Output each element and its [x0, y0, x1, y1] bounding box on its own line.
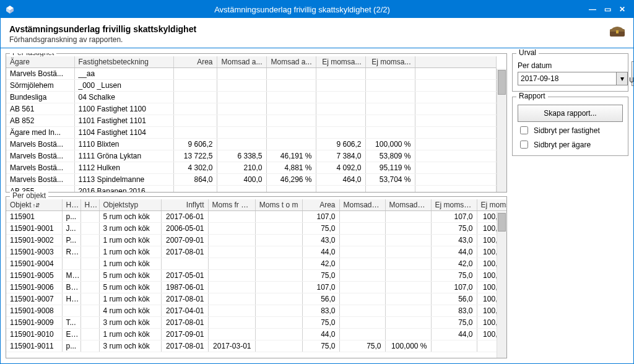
table-cell: J...	[62, 223, 80, 235]
table-cell	[208, 258, 255, 270]
table-row[interactable]: 115901-9005M...5 rum och kök2017-05-0175…	[6, 270, 506, 282]
chest-icon	[609, 24, 626, 41]
column-header[interactable]: Objektstyp	[99, 199, 161, 211]
sidbryt-agare-input[interactable]	[520, 141, 528, 149]
per-objekt-grid[interactable]: Objekt↑⇵H...H...ObjektstypInflyttMoms fr…	[6, 199, 506, 352]
table-cell: B...	[62, 282, 80, 293]
table-cell	[385, 329, 431, 340]
column-header[interactable]: Fastighetsbeteckning	[74, 56, 173, 68]
column-header[interactable]: Ägare	[6, 56, 74, 68]
column-header[interactable]: Momsad a...	[339, 199, 385, 211]
column-header[interactable]: Momsad a...	[385, 199, 431, 211]
table-row[interactable]: 115901-9006B...5 rum och kök1987-06-0110…	[6, 282, 506, 293]
column-header[interactable]: Momsad a...	[217, 56, 266, 68]
column-header[interactable]: Ej momsa...	[365, 56, 415, 68]
table-cell: R...	[62, 246, 80, 258]
per-objekt-section: Per objekt Objekt↑⇵H...H...ObjektstypInf…	[6, 196, 507, 358]
column-header[interactable]: Moms t o m	[255, 199, 302, 211]
table-row[interactable]: AB 8521101 Fastighet 1101	[6, 115, 497, 127]
table-row[interactable]: 115901-90041 rum och kök42,042,0100,000 …	[6, 258, 506, 270]
date-input[interactable]	[518, 72, 616, 85]
table-row[interactable]: 115901-9011p...3 rum och kök2017-08-0120…	[6, 340, 506, 352]
table-cell: 100,000 %	[365, 139, 415, 150]
table-row[interactable]: 115901-9009T...3 rum och kök2017-08-0175…	[6, 317, 506, 329]
skapa-rapport-button[interactable]: Skapa rapport...	[518, 105, 623, 122]
table-row[interactable]: 115901-9003R...1 rum och kök2017-08-0144…	[6, 246, 506, 258]
table-cell: 107,0	[302, 211, 339, 223]
table-row[interactable]: 115901-90084 rum och kök2017-04-0183,083…	[6, 305, 506, 317]
date-dropdown-button[interactable]: ▾	[616, 72, 627, 85]
column-header[interactable]: Area	[173, 56, 217, 68]
sidbryt-agare-checkbox[interactable]: Sidbryt per ägare	[518, 139, 623, 150]
table-cell	[339, 246, 385, 258]
column-header[interactable]: H...	[80, 199, 99, 211]
table-cell: M...	[62, 270, 80, 282]
table-cell	[266, 127, 316, 139]
column-header[interactable]: Ej momsa...	[431, 199, 477, 211]
table-row[interactable]: Ägare med In...1104 Fastighet 1104	[6, 127, 497, 139]
table-cell	[208, 317, 255, 329]
table-cell: 115901-9004	[6, 258, 62, 270]
table-cell: H...	[62, 293, 80, 305]
close-button[interactable]: ✕	[615, 5, 630, 14]
table-cell	[173, 68, 217, 80]
column-header[interactable]: H...	[62, 199, 80, 211]
table-row[interactable]: 115901-9001J...3 rum och kök2006-05-0175…	[6, 223, 506, 235]
per-fastighet-grid[interactable]: ÄgareFastighetsbeteckningAreaMomsad a...…	[6, 56, 497, 192]
column-header[interactable]: Area	[302, 199, 339, 211]
table-cell: 2017-08-01	[161, 317, 208, 329]
per-objekt-label: Per objekt	[10, 191, 48, 200]
table-row[interactable]: Bundesliga04 Schalke	[6, 92, 497, 103]
sidbryt-fastighet-checkbox[interactable]: Sidbryt per fastighet	[518, 124, 623, 136]
table-cell: 75,0	[302, 317, 339, 329]
table-cell: 95,119 %	[365, 162, 415, 174]
per-objekt-scrollbar[interactable]	[497, 212, 506, 358]
table-cell	[365, 68, 415, 80]
table-cell	[161, 258, 208, 270]
table-cell	[173, 186, 217, 193]
table-cell: 3 rum och kök	[99, 317, 161, 329]
table-cell: 1104 Fastighet 1104	[74, 127, 173, 139]
minimize-button[interactable]: —	[585, 5, 600, 14]
table-cell: 2006-05-01	[161, 223, 208, 235]
uppdatera-button[interactable]: Uppdatera	[632, 61, 633, 86]
table-row[interactable]: Marvels Bostä...1112 Hulken4 302,0210,04…	[6, 162, 497, 174]
table-row[interactable]: Marvels Bostä...1111 Gröna Lyktan13 722,…	[6, 150, 497, 162]
table-cell	[339, 329, 385, 340]
date-picker[interactable]: ▾	[518, 72, 628, 85]
table-cell	[316, 103, 365, 115]
svg-rect-4	[616, 30, 619, 33]
column-header[interactable]: Momsad a...	[266, 56, 316, 68]
table-cell	[255, 270, 302, 282]
sidbryt-fastighet-input[interactable]	[520, 126, 528, 134]
table-cell	[80, 235, 99, 246]
table-cell	[385, 235, 431, 246]
maximize-button[interactable]: ▭	[600, 5, 615, 14]
table-cell	[339, 317, 385, 329]
table-row[interactable]: 115901-9007H...1 rum och kök2017-08-0156…	[6, 293, 506, 305]
column-header[interactable]: Moms fr o...	[208, 199, 255, 211]
table-cell	[217, 115, 266, 127]
table-row[interactable]: Marvels Bostä...1113 Spindelmanne864,040…	[6, 174, 497, 186]
column-header[interactable]: Ej momsa...	[477, 199, 506, 211]
table-row[interactable]: AB 3552016 Bananen 2016	[6, 186, 497, 193]
table-cell: p...	[62, 340, 80, 352]
table-cell: 2007-09-01	[161, 235, 208, 246]
per-fastighet-scrollbar[interactable]	[497, 69, 506, 192]
table-row[interactable]: Marvels Bostä...__aa	[6, 68, 497, 80]
table-cell	[385, 305, 431, 317]
table-row[interactable]: Marvels Bostä...1110 Blixten9 606,29 606…	[6, 139, 497, 150]
table-cell: 3 rum och kök	[99, 223, 161, 235]
table-cell: 1 rum och kök	[99, 246, 161, 258]
table-cell: Marvels Bostä...	[6, 150, 74, 162]
table-row[interactable]: AB 5611100 Fastighet 1100	[6, 103, 497, 115]
table-cell: Ägare med In...	[6, 127, 74, 139]
column-header[interactable]: Objekt↑⇵	[6, 199, 62, 211]
column-header[interactable]: Inflytt	[161, 199, 208, 211]
table-row[interactable]: 115901p...5 rum och kök2017-06-01107,010…	[6, 211, 506, 223]
table-row[interactable]: 115901-9002P...1 rum och kök2007-09-0143…	[6, 235, 506, 246]
table-cell	[80, 246, 99, 258]
column-header[interactable]: Ej momsa...	[316, 56, 365, 68]
table-row[interactable]: Sörmjölehem_000 _Lusen	[6, 80, 497, 92]
table-row[interactable]: 115901-9010E...1 rum och kök2017-09-0144…	[6, 329, 506, 340]
